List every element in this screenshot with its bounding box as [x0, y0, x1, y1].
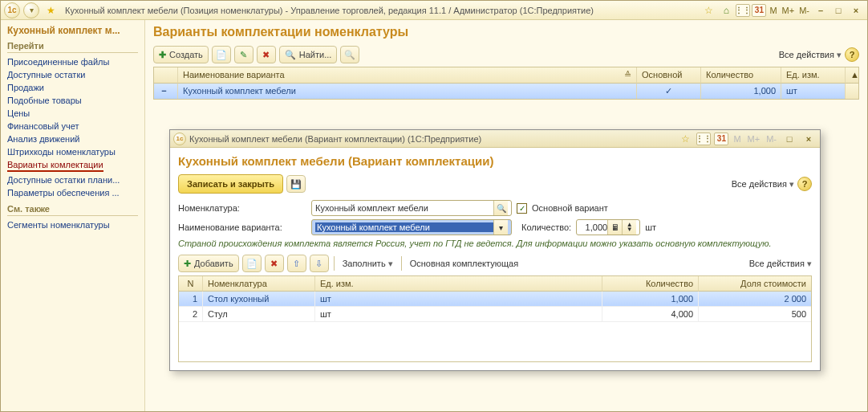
calendar-icon[interactable]: 31: [752, 4, 766, 17]
sidebar-item-segments[interactable]: Сегменты номенклатуры: [7, 218, 138, 231]
lookup-icon[interactable]: 🔍: [493, 201, 508, 215]
save-close-button[interactable]: Записать и закрыть: [178, 174, 283, 194]
titlebar: 1c ▾ ★ Кухонный комплект мебели (Позиция…: [1, 1, 867, 20]
ig-col-unit[interactable]: Ед. изм.: [315, 276, 602, 292]
favorite-star-small-icon[interactable]: ☆: [700, 3, 716, 18]
favorite-star-icon[interactable]: ★: [43, 3, 59, 18]
sidebar-item-finaccount[interactable]: Финансовый учет: [7, 120, 138, 133]
create-label: Создать: [169, 50, 203, 59]
dialog-mminus: M-: [765, 134, 778, 144]
search-icon: 🔍: [285, 50, 296, 60]
grid-cell-main: ✓: [637, 84, 701, 99]
grid-col-main[interactable]: Основной: [637, 67, 701, 84]
dialog-title: Кухонный комплект мебели (Вариант компле…: [189, 134, 481, 144]
grid-col-expand: [154, 67, 178, 84]
ig-cell-qty: 4,000: [602, 307, 699, 322]
add-label: Добавить: [194, 259, 233, 268]
memory-mminus-button[interactable]: M-: [797, 6, 811, 15]
variant-dialog: 1c Кухонный комплект мебели (Вариант ком…: [169, 129, 821, 371]
clear-find-button[interactable]: 🔍: [340, 46, 359, 63]
move-up-button[interactable]: ⇧: [287, 255, 306, 272]
ig-col-share[interactable]: Доля стоимости: [699, 276, 811, 292]
dialog-mplus: M+: [746, 134, 762, 144]
minimize-button[interactable]: –: [813, 6, 829, 15]
ig-col-qty[interactable]: Количество: [602, 276, 699, 292]
help-button[interactable]: ?: [845, 47, 859, 62]
edit-button[interactable]: ✎: [234, 46, 254, 63]
tree-collapse-icon[interactable]: −: [161, 86, 166, 96]
sidebar-item-planned-stock[interactable]: Доступные остатки плани...: [7, 173, 138, 186]
copy-button[interactable]: 📄: [212, 46, 231, 63]
nomenclature-input[interactable]: Кухонный комплект мебели 🔍: [311, 200, 512, 216]
dialog-all-actions[interactable]: Все действия: [732, 179, 794, 190]
sidebar-item-similar[interactable]: Подобные товары: [7, 94, 138, 107]
save-button[interactable]: 💾: [286, 175, 306, 193]
nomenclature-value: Кухонный комплект мебели: [315, 203, 493, 213]
components-row[interactable]: 2 Стул шт 4,000 500: [179, 307, 811, 322]
memory-m-button[interactable]: M: [768, 6, 778, 15]
dialog-calc-icon[interactable]: ⋮⋮: [696, 133, 711, 145]
fill-menu[interactable]: Заполнить: [343, 259, 393, 269]
copy-row-button[interactable]: 📄: [242, 255, 262, 272]
components-grid: N Номенклатура Ед. изм. Количество Доля …: [178, 275, 812, 362]
copy-row-icon: 📄: [246, 259, 258, 269]
stepper-icon[interactable]: ▲▼: [622, 220, 636, 235]
sidebar-item-barcodes[interactable]: Штрихкоды номенклатуры: [7, 145, 138, 158]
lbl-nomenclature: Номенклатура:: [178, 203, 306, 213]
variants-grid: Наименование варианта ≙ Основной Количес…: [153, 67, 859, 100]
ig-cell-share: 2 000: [699, 292, 811, 307]
arrow-down-icon: ⇩: [315, 259, 322, 269]
sidebar-item-supply-params[interactable]: Параметры обеспечения ...: [7, 186, 138, 199]
dialog-restore-button[interactable]: □: [781, 134, 797, 144]
ig-col-n[interactable]: N: [179, 276, 203, 292]
ig-cell-nomen: Стул: [203, 307, 315, 322]
components-all-actions[interactable]: Все действия: [749, 259, 812, 269]
toolbar-separator-2: [401, 256, 402, 271]
dropdown-icon[interactable]: ▾: [493, 220, 508, 235]
move-down-button[interactable]: ⇩: [310, 255, 329, 272]
calculator-open-icon[interactable]: 🖩: [607, 220, 622, 235]
close-button[interactable]: ×: [848, 6, 864, 15]
delete-row-button[interactable]: ✖: [265, 255, 284, 272]
create-button[interactable]: ✚ Создать: [153, 46, 209, 63]
grid-col-qty[interactable]: Количество: [701, 67, 781, 84]
dialog-close-button[interactable]: ×: [801, 134, 817, 144]
main-variant-checkbox[interactable]: ✓: [517, 203, 527, 214]
variant-name-input[interactable]: Кухонный комплект мебели ▾: [311, 219, 512, 235]
grid-cell-name: Кухонный комплект мебели: [178, 84, 637, 99]
dialog-help-button[interactable]: ?: [797, 177, 812, 191]
sort-desc-icon: ≙: [624, 70, 631, 80]
main-component-button[interactable]: Основная комплектующая: [410, 259, 518, 268]
grid-scroll-head: ▲: [846, 67, 858, 84]
house-icon[interactable]: ⌂: [718, 3, 734, 18]
plus-icon: ✚: [159, 50, 166, 60]
maximize-button[interactable]: □: [830, 6, 846, 15]
window-title: Кухонный комплект мебели (Позиция номенк…: [65, 6, 594, 15]
all-actions-menu[interactable]: Все действия: [779, 50, 842, 60]
find-button[interactable]: 🔍 Найти...: [279, 46, 338, 63]
nav-back-button[interactable]: ▾: [23, 2, 39, 18]
quantity-input[interactable]: 1,000 🖩 ▲▼: [576, 219, 640, 235]
dialog-star-icon[interactable]: ☆: [677, 132, 693, 146]
grid-row[interactable]: − Кухонный комплект мебели ✓ 1,000 шт: [154, 84, 858, 99]
sidebar-item-variants[interactable]: Варианты комлектации: [7, 158, 103, 172]
memory-mplus-button[interactable]: M+: [781, 6, 797, 15]
calculator-icon[interactable]: ⋮⋮: [736, 4, 750, 17]
sidebar-item-prices[interactable]: Цены: [7, 107, 138, 120]
add-row-button[interactable]: ✚ Добавить: [178, 255, 239, 272]
sidebar-item-available-stock[interactable]: Доступные остатки: [7, 68, 138, 81]
search-clear-icon: 🔍: [344, 50, 355, 60]
grid-cell-qty: 1,000: [701, 84, 781, 99]
sidebar-item-movements[interactable]: Анализ движений: [7, 133, 138, 145]
page-title: Варианты комплектации номенклатуры: [153, 25, 859, 39]
sidebar-item-attached-files[interactable]: Присоединенные файлы: [7, 55, 138, 68]
dialog-calendar-icon[interactable]: 31: [714, 133, 728, 145]
ig-col-nomen[interactable]: Номенклатура: [203, 276, 315, 292]
dialog-logo-icon: 1c: [173, 133, 186, 145]
dialog-titlebar[interactable]: 1c Кухонный комплект мебели (Вариант ком…: [170, 130, 820, 148]
grid-col-unit[interactable]: Ед. изм.: [781, 67, 846, 84]
delete-button[interactable]: ✖: [257, 46, 276, 63]
components-row[interactable]: 1 Стол кухонный шт 1,000 2 000: [179, 292, 811, 307]
grid-col-name[interactable]: Наименование варианта ≙: [178, 67, 637, 84]
sidebar-item-sales[interactable]: Продажи: [7, 81, 138, 94]
